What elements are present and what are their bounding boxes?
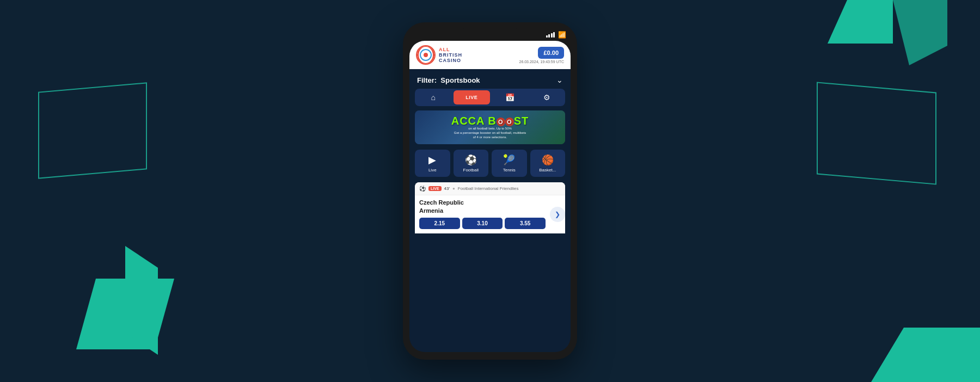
match-detail-arrow[interactable]: ❯ [550,207,565,222]
logo-icon [416,45,436,65]
sport-cat-football[interactable]: ⚽ Football [454,150,489,177]
logo-area: ALL BRITISH CASINO [416,45,462,65]
live-tab-label: LIVE [465,95,477,100]
promo-sub2: Get a percentage booster on all football… [451,131,529,135]
sport-cat-live-label: Live [428,168,437,172]
match-row: Czech Republic Armenia 2.15 3.10 3.55 ❯ [415,195,565,233]
deco-shape-bl2 [125,246,158,355]
tab-home[interactable]: ⌂ [415,89,452,106]
logo-all: ALL [439,47,462,52]
match-league: Football International Friendlies [458,186,561,191]
signal-bar-3 [551,33,553,38]
promo-banner-content: ACCA BOOST on all football bets. Up to 5… [415,110,565,144]
promo-title: ACCA BOOST [451,115,529,127]
phone-wrapper: 📶 ALL BRITISH CASINO [403,22,577,360]
team2-name: Armenia [419,207,546,215]
logo-text: ALL BRITISH CASINO [439,47,462,63]
live-badge: LIVE [428,186,442,191]
wifi-icon: 📶 [558,31,566,39]
deco-shape-bl1 [76,279,174,349]
filter-label: Filter: Sportsbook [417,76,480,84]
deco-shape-tr1 [828,0,893,44]
phone-notch [463,22,517,32]
dot-separator: ● [452,186,455,191]
team1-name: Czech Republic [419,199,546,207]
settings-icon: ⚙ [543,93,550,102]
match-section: ⚽ LIVE 43' ● Football International Frie… [415,182,565,233]
calendar-icon: 📅 [505,93,514,102]
match-time: 43' [444,186,450,191]
sport-categories: ▶ Live ⚽ Football 🎾 Tennis 🏀 Basket... [415,150,565,177]
odd-home-button[interactable]: 2.15 [419,218,460,229]
nav-tabs: ⌂ LIVE 📅 ⚙ [415,89,565,106]
tab-settings[interactable]: ⚙ [529,89,566,106]
chevron-down-icon[interactable]: ⌄ [556,76,563,84]
basketball-icon: 🏀 [542,154,554,166]
deco-shape-right-rect [817,82,936,184]
filter-key: Filter: [417,76,437,84]
sport-cat-football-label: Football [463,168,479,172]
tennis-icon: 🎾 [503,154,515,166]
football-icon: ⚽ [465,154,477,166]
balance-button[interactable]: £0.00 [538,47,564,59]
promo-banner[interactable]: ACCA BOOST on all football bets. Up to 5… [415,110,565,144]
sport-cat-basketball-label: Basket... [539,168,556,172]
sport-cat-basketball[interactable]: 🏀 Basket... [530,150,566,177]
app-content: Filter: Sportsbook ⌄ ⌂ LIVE 📅 [409,69,571,233]
match-odds-area: Czech Republic Armenia 2.15 3.10 3.55 [415,195,550,233]
filter-bar[interactable]: Filter: Sportsbook ⌄ [409,69,571,89]
match-teams: Czech Republic Armenia [415,195,550,218]
signal-bars-icon [546,32,555,38]
tab-live[interactable]: LIVE [454,90,491,104]
match-time-value: 43' [444,186,450,191]
promo-sub1: on all football bets. Up to 50% [451,127,529,131]
datetime-text: 26.03.2024, 19:43:59 UTC [519,60,564,64]
deco-shape-br1 [871,328,980,382]
header-right: £0.00 26.03.2024, 19:43:59 UTC [519,47,564,64]
home-icon: ⌂ [431,93,436,102]
phone-screen: ALL BRITISH CASINO £0.00 26.03.2024, 19:… [409,41,571,352]
promo-subtitle: on all football bets. Up to 50% Get a pe… [451,127,529,139]
tab-calendar[interactable]: 📅 [492,89,529,106]
match-header: ⚽ LIVE 43' ● Football International Frie… [415,182,565,195]
odd-draw-button[interactable]: 3.10 [462,218,503,229]
promo-sub3: of 4 or more selections. [451,135,529,140]
logo-british: BRITISH [439,52,462,58]
signal-bar-4 [553,32,555,38]
soccer-ball-icon: ⚽ [419,186,426,192]
signal-bar-2 [548,34,550,38]
filter-value: Sportsbook [440,76,480,84]
deco-shape-left-rect [38,82,147,178]
logo-casino: CASINO [439,58,462,63]
signal-bar-1 [546,35,548,38]
app-header: ALL BRITISH CASINO £0.00 26.03.2024, 19:… [409,41,571,69]
sport-cat-tennis-label: Tennis [503,168,516,172]
live-icon: ▶ [428,154,436,166]
odd-away-button[interactable]: 3.55 [505,218,546,229]
match-odds-buttons: 2.15 3.10 3.55 [415,218,550,233]
phone-device: 📶 ALL BRITISH CASINO [403,22,577,360]
sport-cat-tennis[interactable]: 🎾 Tennis [492,150,527,177]
sport-cat-live[interactable]: ▶ Live [415,150,450,177]
deco-shape-tr2 [893,0,947,65]
